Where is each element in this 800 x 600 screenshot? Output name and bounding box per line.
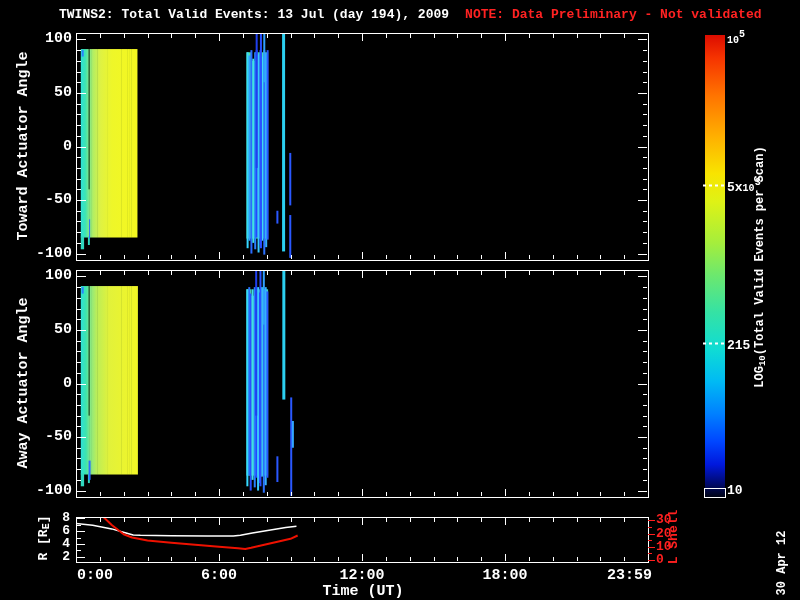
x-tick-label-12:00: 12:00 (317, 568, 407, 584)
title-bar: TWINS2: Total Valid Events: 13 Jul (day … (59, 7, 762, 22)
y-tick-label-away--50: -50 (28, 429, 72, 445)
x-tick-label-18:00: 18:00 (460, 568, 550, 584)
y-tick-label-toward--100: -100 (28, 246, 72, 262)
y-tick-label-toward-0: 0 (28, 139, 72, 155)
x-tick-label-23:59: 23:59 (576, 568, 652, 584)
lshell-tick-label-30: 30 (656, 513, 696, 527)
twins2-plot-page: TWINS2: Total Valid Events: 13 Jul (day … (0, 0, 800, 600)
x-axis-label: Time (UT) (290, 584, 436, 600)
y-tick-label-toward--50: -50 (28, 192, 72, 208)
colorbar-min-label: 10 (727, 484, 743, 498)
y-tick-label-away-0: 0 (28, 376, 72, 392)
colorbar-axis-label: LOG10(Total Valid Events per Scan) (753, 117, 773, 417)
y-tick-label-away-50: 50 (28, 322, 72, 338)
r-tick-label-2: 2 (40, 550, 70, 564)
y-tick-label-away--100: -100 (28, 483, 72, 499)
colorbar-tick-215-label: 215 (727, 339, 750, 353)
page-title: TWINS2: Total Valid Events: 13 Jul (day … (59, 7, 449, 22)
y-tick-label-away-100: 100 (28, 268, 72, 284)
colorbar-tick-5e3-label: 5x103 (727, 177, 761, 196)
preliminary-note: NOTE: Data Preliminary - Not validated (465, 7, 761, 22)
y-tick-label-toward-50: 50 (28, 85, 72, 101)
date-stamp: 30 Apr 12 (775, 513, 791, 600)
x-tick-label-6:00: 6:00 (174, 568, 264, 584)
x-tick-label-0:00: 0:00 (77, 568, 167, 584)
lshell-tick-label-0: 0 (656, 553, 696, 567)
y-tick-label-toward-100: 100 (28, 31, 72, 47)
colorbar-max-label: 105 (727, 29, 745, 48)
